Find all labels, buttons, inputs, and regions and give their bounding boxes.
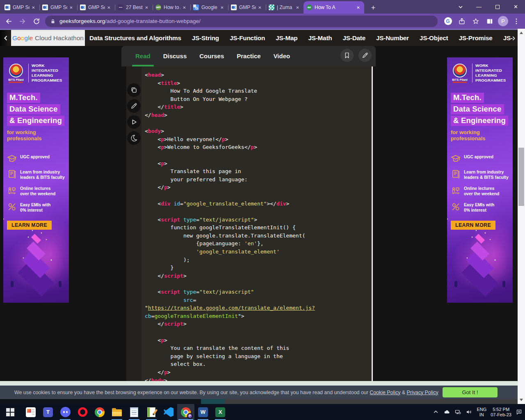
cookie-policy-link[interactable]: Cookie Policy [370, 390, 400, 395]
nav-scroll-right[interactable]: › [512, 30, 515, 46]
nav-item-js-regexp[interactable]: JS-RegExp [503, 34, 513, 42]
scroll-up-arrow[interactable] [520, 32, 523, 34]
tab-close-icon[interactable]: ✕ [294, 5, 301, 10]
taskbar-word[interactable]: W [194, 404, 212, 420]
taskbar-teams[interactable]: T [39, 404, 57, 420]
browser-tab-9[interactable]: How To A✕ [304, 1, 364, 14]
forward-button[interactable] [16, 14, 30, 28]
action-center-icon[interactable] [516, 409, 523, 415]
nav-item-js-promise[interactable]: JS-Promise [459, 34, 492, 42]
lock-icon[interactable] [50, 18, 56, 25]
tab-close-icon[interactable]: ✕ [355, 5, 361, 10]
tab-search-chevron-icon[interactable] [451, 0, 470, 14]
profile-avatar[interactable]: P [498, 16, 508, 26]
browser-tab-6[interactable]: Google T✕ [190, 1, 228, 14]
tab-close-icon[interactable]: ✕ [219, 5, 225, 10]
tab-close-icon[interactable]: ✕ [68, 5, 74, 10]
nav-item-js-function[interactable]: JS-Function [230, 34, 265, 42]
browser-tab-5[interactable]: How to A✕ [153, 1, 190, 14]
tab-title: GMP Sof [239, 5, 256, 10]
taskbar-file-explorer[interactable] [108, 404, 126, 420]
tray-expand-icon[interactable] [432, 409, 439, 415]
ad-feature-book: Learn from industryleaders & BITS facult… [451, 169, 513, 180]
tab-close-icon[interactable]: ✕ [257, 5, 263, 10]
nav-item-js-string[interactable]: JS-String [192, 34, 219, 42]
tab-close-icon[interactable]: ✕ [144, 5, 150, 10]
tab-close-icon[interactable]: ✕ [30, 5, 37, 10]
dark-mode-button[interactable] [127, 131, 141, 145]
close-window-button[interactable]: ✕ [507, 0, 525, 14]
tab-title: How To A [315, 5, 354, 10]
zuma-favicon [269, 5, 274, 10]
article-tab-read[interactable]: Read [135, 46, 151, 66]
window-controls: — ✕ [451, 0, 525, 14]
taskbar-sticky-notes[interactable] [143, 404, 160, 420]
tab-close-icon[interactable]: ✕ [181, 5, 187, 10]
run-code-button[interactable] [127, 115, 141, 129]
edit-code-button[interactable] [127, 99, 141, 113]
scroll-down-arrow[interactable] [520, 399, 523, 401]
network-icon[interactable] [454, 409, 461, 415]
edit-button[interactable] [358, 49, 372, 62]
browser-tab-2[interactable]: GMP Sof✕ [39, 1, 77, 14]
reload-button[interactable] [30, 14, 43, 28]
taskbar-vscode[interactable] [160, 404, 177, 420]
browser-tabs: GMP Sof✕GMP Sof✕GMP Sof✕27 Best S✕How to… [2, 1, 379, 14]
ad-bits-pilani-right[interactable]: BITS Pilani WORKINTEGRATEDLEARNINGPROGRA… [447, 57, 513, 303]
tab-close-icon[interactable]: ✕ [106, 5, 112, 10]
nav-item-js-map[interactable]: JS-Map [276, 34, 297, 42]
learn-more-button[interactable]: LEARN MORE [451, 221, 495, 230]
nav-item-data-structures-and-algorithms[interactable]: Data Structures and Algorithms [89, 34, 181, 42]
clock[interactable]: 5:52 PM07-Feb-23 [491, 407, 511, 418]
scrollbar-thumb[interactable] [518, 148, 524, 206]
browser-tab-1[interactable]: GMP Sof✕ [2, 1, 39, 14]
minimize-button[interactable]: — [470, 0, 488, 14]
address-bar[interactable]: geeksforgeeks.org/add-google-translate-b… [45, 16, 438, 27]
taskbar-notepad[interactable] [126, 404, 143, 420]
new-tab-button[interactable]: + [368, 2, 379, 14]
taskbar-discord[interactable] [57, 404, 74, 420]
restore-button[interactable] [488, 0, 507, 14]
article-tab-video[interactable]: Video [274, 46, 290, 66]
copy-code-button[interactable] [127, 83, 141, 97]
browser-tab-7[interactable]: GMP Sof✕ [228, 1, 266, 14]
taskbar-chrome-profile[interactable]: P [177, 404, 194, 420]
page-scrollbar[interactable] [518, 29, 525, 404]
page-bottom-strip [0, 399, 525, 404]
google-extension-icon[interactable]: G [441, 14, 455, 28]
learn-more-button[interactable]: LEARN MORE [7, 221, 52, 230]
nav-scroll-left[interactable] [0, 30, 11, 46]
volume-icon[interactable] [466, 409, 472, 415]
bookmark-button[interactable] [340, 49, 354, 62]
share-icon[interactable] [455, 14, 469, 28]
article-tab-practice[interactable]: Practice [237, 46, 260, 66]
bottom-strip-grey [225, 399, 525, 404]
nav-item-js-date[interactable]: JS-Date [342, 34, 365, 42]
nav-item-js-math[interactable]: JS-Math [308, 34, 332, 42]
code-block[interactable]: <head> <title> How To Add Google Transla… [142, 66, 373, 381]
privacy-policy-link[interactable]: Privacy Policy [407, 390, 438, 395]
ad-feature-text: UGC approved [464, 154, 493, 160]
menu-dots-icon[interactable] [509, 14, 523, 28]
article-tab-discuss[interactable]: Discuss [163, 46, 187, 66]
back-button[interactable] [2, 14, 16, 28]
taskbar-chrome[interactable] [91, 404, 108, 420]
taskbar-start[interactable] [2, 404, 19, 420]
nav-item-js-number[interactable]: JS-Number [376, 34, 409, 42]
taskbar-excel[interactable]: X [212, 404, 229, 420]
language-indicator[interactable]: ENGIN [477, 407, 486, 418]
browser-tab-4[interactable]: 27 Best S✕ [115, 1, 153, 14]
bookmark-star-icon[interactable] [469, 14, 483, 28]
nav-item-js-object[interactable]: JS-Object [420, 34, 448, 42]
article-tab-courses[interactable]: Courses [199, 46, 224, 66]
gmp-favicon [80, 5, 86, 10]
onedrive-icon[interactable] [443, 409, 450, 415]
taskbar-photos[interactable] [22, 404, 39, 420]
cookie-accept-button[interactable]: Got It ! [443, 387, 498, 397]
ad-bits-pilani-left[interactable]: BITS Pilani WORKINTEGRATEDLEARNINGPROGRA… [3, 57, 69, 303]
google-cloud-hackathon-banner[interactable]: GoogleCloud Hackathon [11, 30, 85, 46]
browser-tab-3[interactable]: GMP Sof✕ [77, 1, 115, 14]
browser-tab-8[interactable]: | Zuma P✕ [266, 1, 304, 14]
side-panel-icon[interactable] [483, 14, 497, 28]
taskbar-opera[interactable] [74, 404, 91, 420]
